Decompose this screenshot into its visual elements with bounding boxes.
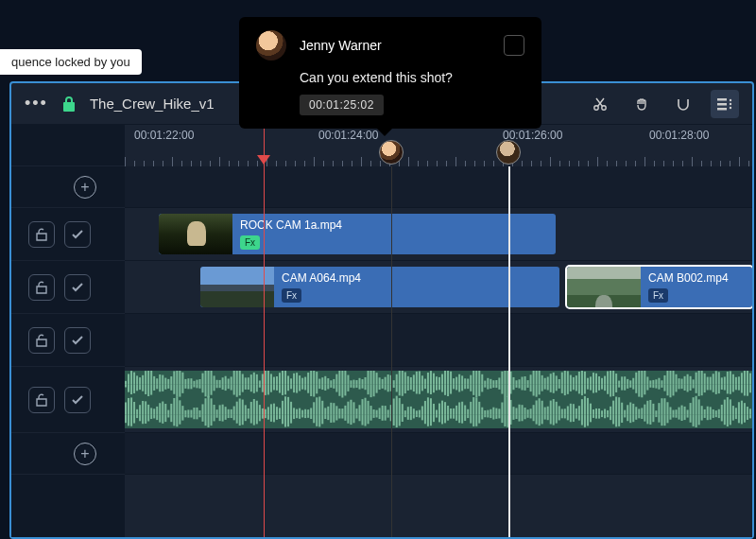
video-track-2[interactable]: CAM A064.mp4 Fx CAM B002.mp4 Fx [125, 261, 752, 314]
svg-rect-321 [347, 385, 349, 391]
clip-cam-b002[interactable]: CAM B002.mp4 Fx [567, 267, 752, 307]
svg-rect-484 [464, 378, 466, 385]
svg-rect-154 [228, 409, 230, 414]
comment-marker-avatar[interactable] [379, 140, 404, 165]
svg-rect-51 [153, 414, 155, 418]
svg-rect-783 [676, 414, 678, 418]
svg-rect-516 [487, 378, 489, 385]
snap-tool-button[interactable] [669, 90, 697, 118]
svg-rect-295 [327, 414, 329, 420]
svg-rect-726 [635, 407, 637, 414]
svg-rect-603 [547, 414, 549, 420]
clip-cam-a064[interactable]: CAM A064.mp4 Fx [200, 267, 559, 307]
hand-tool-button[interactable] [627, 90, 656, 118]
svg-rect-535 [498, 414, 500, 418]
svg-rect-865 [735, 385, 737, 391]
svg-rect-299 [330, 414, 332, 423]
tracks-area[interactable]: 00:01:22:00 00:01:24:00 00:01:26:00 00:0… [125, 125, 752, 537]
svg-rect-738 [644, 405, 645, 415]
svg-rect-483 [461, 414, 463, 423]
track-options-button[interactable] [711, 90, 739, 118]
svg-rect-773 [669, 385, 671, 397]
svg-rect-792 [684, 376, 686, 385]
add-track-button[interactable]: + [74, 176, 96, 199]
audio-track-2[interactable] [125, 367, 752, 433]
svg-rect-269 [310, 385, 312, 396]
svg-rect-259 [301, 414, 303, 417]
svg-rect-414 [413, 409, 415, 414]
svg-rect-92 [184, 379, 186, 385]
svg-rect-758 [658, 403, 660, 414]
svg-rect-185 [250, 385, 252, 391]
fx-badge[interactable]: Fx [240, 235, 260, 250]
svg-rect-637 [573, 385, 575, 391]
fx-badge[interactable]: Fx [648, 288, 668, 303]
svg-rect-826 [707, 407, 709, 415]
svg-rect-227 [279, 414, 281, 419]
clip-rock-cam[interactable]: ROCK CAM 1a.mp4 Fx [159, 214, 556, 254]
svg-rect-470 [453, 409, 455, 414]
comment-marker-avatar[interactable] [496, 140, 521, 165]
svg-rect-790 [681, 406, 683, 415]
svg-rect-777 [672, 385, 674, 396]
svg-rect-504 [478, 371, 480, 385]
more-icon[interactable]: ••• [25, 94, 48, 113]
comment-timecode[interactable]: 00:01:25:02 [300, 95, 384, 115]
cut-tool-button[interactable] [586, 90, 614, 118]
svg-rect-875 [741, 414, 743, 424]
svg-rect-205 [265, 385, 266, 395]
svg-rect-879 [744, 414, 746, 422]
svg-rect-293 [327, 385, 329, 390]
svg-rect-144 [222, 377, 224, 385]
svg-rect-94 [184, 410, 186, 414]
svg-rect-319 [344, 414, 346, 421]
track-lock-button[interactable] [28, 274, 55, 301]
svg-rect-498 [472, 397, 474, 414]
svg-rect-323 [347, 414, 349, 423]
svg-rect-551 [509, 414, 511, 425]
svg-rect-286 [321, 401, 323, 414]
fx-badge[interactable]: Fx [282, 288, 301, 303]
track-enable-button[interactable] [64, 387, 91, 413]
svg-rect-204 [265, 371, 266, 385]
svg-rect-409 [410, 385, 412, 390]
svg-rect-557 [515, 385, 517, 388]
svg-rect-36 [145, 371, 146, 385]
svg-rect-725 [635, 385, 637, 393]
track-lock-button[interactable] [28, 387, 55, 413]
audio-track-1[interactable] [125, 314, 752, 367]
track-enable-button[interactable] [64, 221, 91, 248]
svg-rect-305 [335, 385, 337, 392]
svg-rect-866 [735, 408, 737, 414]
svg-rect-429 [424, 385, 426, 389]
svg-rect-242 [290, 402, 292, 414]
svg-rect-99 [187, 414, 189, 417]
svg-rect-806 [693, 397, 695, 414]
svg-rect-697 [615, 385, 617, 392]
svg-rect-75 [170, 414, 172, 422]
svg-rect-520 [490, 379, 491, 385]
svg-rect-823 [704, 414, 706, 418]
svg-rect-239 [287, 414, 289, 426]
track-lock-button[interactable] [28, 327, 55, 354]
add-track-button[interactable]: + [74, 443, 96, 465]
video-track-1[interactable]: ROCK CAM 1a.mp4 Fx [125, 208, 752, 261]
svg-rect-382 [390, 405, 392, 414]
svg-rect-781 [676, 385, 678, 392]
audio-clip[interactable] [125, 371, 752, 428]
svg-rect-771 [666, 414, 668, 423]
comment-resolve-checkbox[interactable] [504, 35, 524, 56]
track-enable-button[interactable] [64, 274, 91, 301]
comment-author-avatar [256, 30, 286, 61]
svg-rect-473 [455, 385, 457, 391]
svg-rect-596 [544, 378, 546, 385]
svg-rect-60 [162, 375, 163, 385]
svg-rect-727 [635, 414, 637, 420]
track-enable-button[interactable] [64, 327, 91, 354]
svg-rect-835 [713, 414, 714, 418]
track-lock-button[interactable] [28, 221, 55, 248]
timeline-ruler[interactable]: 00:01:22:00 00:01:24:00 00:01:26:00 00:0… [125, 125, 752, 166]
svg-rect-156 [231, 376, 232, 384]
svg-rect-271 [310, 414, 312, 419]
svg-rect-230 [282, 401, 284, 414]
